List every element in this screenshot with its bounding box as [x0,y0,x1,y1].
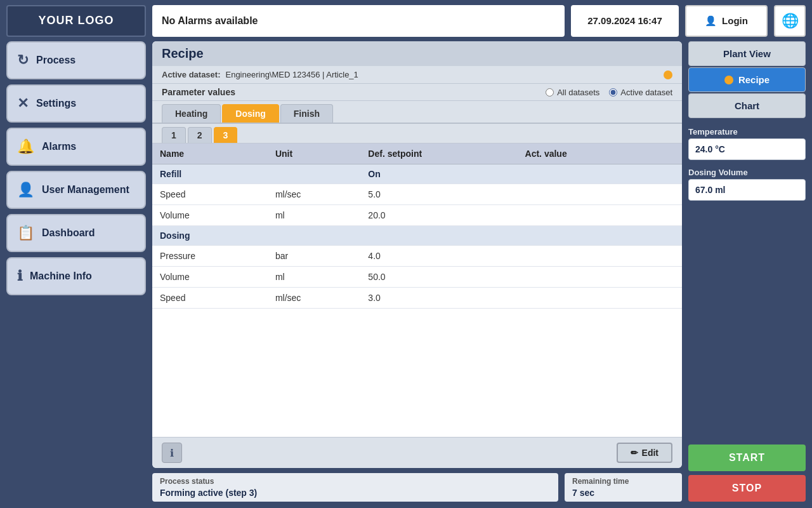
right-nav-chart[interactable]: Chart [688,93,806,118]
top-bar: YOUR LOGO No Alarms available 27.09.2024… [0,0,812,41]
param-table: Name Unit Def. setpoint Act. value Refil… [152,144,682,309]
row-unit: ml/sec [268,184,360,205]
start-button[interactable]: START [688,444,806,471]
info-button[interactable]: ℹ [162,443,182,463]
temperature-value: 24.0 °C [688,138,806,160]
row-name: Speed [152,184,268,205]
table-group-row: Dosing [152,226,682,246]
all-datasets-radio[interactable] [546,88,554,97]
remaining-time-label: Remaining time [572,477,674,486]
group-act [518,226,648,246]
row-act-value [518,184,648,205]
user-icon: 👤 [705,15,717,27]
sidebar-item-process[interactable]: ↻ Process [6,41,146,79]
group-act [518,164,648,184]
param-table-wrap: Name Unit Def. setpoint Act. value Refil… [152,144,682,437]
right-panel-inner: Plant View Recipe Chart Temperature 24.0… [688,41,806,502]
sidebar-item-settings[interactable]: ✕ Settings [6,84,146,123]
language-button[interactable]: 🌐 [774,5,806,37]
dashboard-icon: 📋 [17,225,34,241]
active-dataset-radio-label[interactable]: Active dataset [609,88,672,97]
group-empty [647,226,682,246]
sub-tab-1[interactable]: 1 [162,127,186,143]
right-nav-plant-view[interactable]: Plant View [688,41,806,66]
table-row: Pressure bar 4.0 [152,246,682,267]
table-group-row: Refill On [152,164,682,184]
row-extra [647,288,682,309]
all-datasets-radio-label[interactable]: All datasets [546,88,599,97]
sidebar: ↻ Process ✕ Settings 🔔 Alarms 👤 User Man… [6,41,146,502]
right-nav-recipe[interactable]: Recipe [688,67,806,92]
group-empty [647,164,682,184]
edit-button[interactable]: ✏ Edit [617,443,672,463]
login-button[interactable]: 👤 Login [685,5,768,37]
status-bar: Process status Forming active (step 3) R… [152,473,682,502]
table-row: Volume ml 50.0 [152,267,682,288]
row-name: Pressure [152,246,268,267]
row-def-setpoint: 5.0 [360,184,517,205]
row-extra [647,267,682,288]
edit-icon: ✏ [631,448,638,458]
table-header-row: Name Unit Def. setpoint Act. value [152,144,682,164]
process-icon: ↻ [17,52,29,69]
group-name: Refill [152,164,268,184]
param-values-title: Parameter values [162,87,235,97]
sub-tab-2[interactable]: 2 [188,127,212,143]
temperature-label: Temperature [688,127,806,137]
stop-button[interactable]: STOP [688,475,806,502]
main-area: ↻ Process ✕ Settings 🔔 Alarms 👤 User Man… [0,41,812,508]
row-extra [647,184,682,205]
user-management-icon: 👤 [17,182,34,198]
alarm-bar: No Alarms available [152,5,565,37]
dosing-volume-value: 67.0 ml [688,179,806,201]
process-status-label: Process status [160,477,551,486]
col-def-setpoint: Def. setpoint [360,144,517,164]
row-name: Volume [152,267,268,288]
row-name: Volume [152,205,268,226]
sidebar-item-alarms[interactable]: 🔔 Alarms [6,128,146,166]
row-def-setpoint: 4.0 [360,246,517,267]
group-name: Dosing [152,226,268,246]
row-def-setpoint: 20.0 [360,205,517,226]
col-unit: Unit [268,144,360,164]
machine-info-icon: ℹ [17,268,22,284]
tab-dosing[interactable]: Dosing [222,104,278,123]
datetime-display: 27.09.2024 16:47 [571,5,679,37]
row-extra [647,246,682,267]
remaining-time-box: Remaining time 7 sec [565,473,682,502]
recipe-active-dot [724,76,733,84]
active-indicator-dot [664,70,672,79]
tab-finish[interactable]: Finish [280,104,333,123]
active-dataset-bar: Active dataset: Engineering\MED 123456 |… [152,66,682,84]
process-status-value: Forming active (step 3) [160,488,551,498]
table-row: Volume ml 20.0 [152,205,682,226]
active-dataset-radio[interactable] [609,88,617,97]
sidebar-item-dashboard[interactable]: 📋 Dashboard [6,214,146,252]
sidebar-item-machine-info[interactable]: ℹ Machine Info [6,257,146,295]
row-def-setpoint: 50.0 [360,267,517,288]
group-unit [268,164,360,184]
row-act-value [518,205,648,226]
dataset-toggle: All datasets Active dataset [546,88,672,97]
sub-tab-3[interactable]: 3 [214,127,238,143]
active-dataset-label: Active dataset: [162,70,220,79]
row-act-value [518,288,648,309]
remaining-time-value: 7 sec [572,488,674,498]
row-act-value [518,267,648,288]
tabs-row: Heating Dosing Finish [152,101,682,124]
col-name: Name [152,144,268,164]
recipe-panel: Recipe Active dataset: Engineering\MED 1… [152,41,682,468]
row-act-value [518,246,648,267]
right-panel: Plant View Recipe Chart Temperature 24.0… [688,41,806,502]
col-act-value: Act. value [518,144,648,164]
alarms-icon: 🔔 [17,138,34,155]
table-row: Speed ml/sec 5.0 [152,184,682,205]
row-unit: ml [268,205,360,226]
row-extra [647,205,682,226]
group-extra [360,226,517,246]
tab-heating[interactable]: Heating [162,104,221,123]
sidebar-item-user-management[interactable]: 👤 User Management [6,171,146,209]
process-status-box: Process status Forming active (step 3) [152,473,558,502]
group-unit [268,226,360,246]
col-extra [647,144,682,164]
